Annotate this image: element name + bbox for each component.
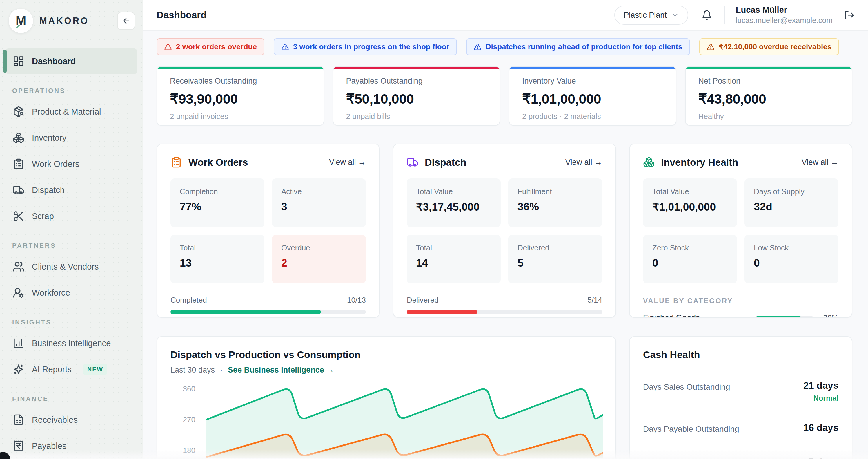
tile-value: 14 [416, 257, 491, 269]
logout-button[interactable] [844, 10, 855, 20]
card-title: Cash Health [643, 349, 838, 360]
sidebar-item-business-intelligence[interactable]: Business Intelligence [5, 330, 137, 356]
y-axis-tick: 270 [170, 415, 195, 424]
inventory-health-card: Inventory Health View all → Total Value … [629, 144, 852, 318]
clipboard-list-icon [13, 158, 24, 170]
tile-label: Low Stock [754, 243, 829, 252]
user-menu[interactable]: Lucas Müller lucas.mueller@example.com [736, 5, 833, 25]
sidebar-item-label: Inventory [32, 133, 66, 143]
category-bar [755, 316, 813, 318]
truck-icon [13, 184, 24, 196]
cubes-icon [13, 132, 24, 144]
dispatch-view-all-link[interactable]: View all → [565, 158, 602, 167]
chart-period: Last 30 days [170, 366, 215, 375]
tile-value: 0 [652, 257, 728, 269]
tile-label: Days of Supply [754, 187, 829, 196]
kpi-label: Receivables Outstanding [170, 77, 311, 86]
tile-value: ₹1,01,00,000 [652, 201, 728, 213]
kpi-value: ₹50,10,000 [346, 91, 487, 107]
y-axis-tick: 180 [170, 446, 195, 455]
notifications-button[interactable] [702, 10, 712, 20]
tile-total-value: Total Value ₹1,01,00,000 [643, 178, 737, 227]
sidebar-section-insights: INSIGHTS [5, 306, 137, 330]
alert-text: Dispatches running ahead of production f… [486, 42, 682, 51]
user-email: lucas.mueller@example.com [736, 16, 833, 25]
tile-value: 3 [281, 201, 356, 213]
chart-separator: · [220, 366, 223, 375]
cash-status-badge: Normal [803, 394, 838, 402]
progress-fill [170, 310, 321, 314]
sidebar-item-payables[interactable]: Payables [5, 433, 137, 459]
kpi-sub: 2 unpaid bills [346, 112, 487, 121]
category-pct: 79% [813, 313, 838, 318]
plant-selector[interactable]: Plastic Plant [614, 5, 688, 25]
cash-value: 16 days [803, 422, 838, 433]
sidebar-item-inventory[interactable]: Inventory [5, 125, 137, 151]
sidebar-item-label: Dispatch [32, 185, 65, 195]
tile-value: 77% [180, 201, 255, 213]
top-bar: Dashboard Plastic Plant Lucas Müller luc… [143, 0, 868, 31]
tile-overdue: Overdue 2 [272, 235, 366, 284]
tile-completion: Completion 77% [170, 178, 265, 227]
sidebar-item-label: Product & Material [32, 107, 101, 117]
brand-name: MAKORO [39, 16, 117, 26]
kpi-sub: 2 unpaid invoices [170, 112, 311, 121]
alert-overdue-receivables[interactable]: ₹42,10,000 overdue receivables [699, 38, 839, 55]
card-title: Work Orders [188, 157, 323, 168]
see-business-intelligence-link[interactable]: See Business Intelligence → [228, 366, 334, 375]
warning-icon [281, 43, 289, 51]
alert-overdue-work-orders[interactable]: 2 work orders overdue [157, 38, 265, 55]
tile-label: Fulfillment [518, 187, 593, 196]
inventory-view-all-link[interactable]: View all → [802, 158, 838, 167]
package-search-icon [13, 106, 24, 117]
alert-in-progress[interactable]: 3 work orders in progress on the shop fl… [274, 38, 457, 55]
kpi-row: Receivables Outstanding ₹93,90,000 2 unp… [157, 66, 852, 126]
tile-value: 13 [180, 257, 255, 269]
warning-icon [707, 43, 715, 51]
cash-row-ccc: Cash Conversion Cycle 5 days Normal [643, 456, 838, 459]
tile-label: Total Value [416, 187, 491, 196]
sidebar-section-partners: PARTNERS [5, 229, 137, 254]
sidebar-section-operations: OPERATIONS [5, 74, 137, 99]
sidebar-item-clients-vendors[interactable]: Clients & Vendors [5, 254, 137, 280]
sidebar-item-label: Business Intelligence [32, 339, 111, 348]
alert-dispatch-ahead[interactable]: Dispatches running ahead of production f… [466, 38, 690, 55]
tile-label: Total [180, 243, 255, 252]
sidebar-item-ai-reports[interactable]: AI Reports NEW [5, 356, 137, 382]
value-by-category-heading: VALUE BY CATEGORY [643, 297, 838, 305]
cash-row-dpo: Days Payable Outstanding 16 days [643, 422, 838, 436]
work-orders-card: Work Orders View all → Completion 77% Ac… [157, 144, 380, 318]
sidebar-item-label: Dashboard [32, 57, 76, 66]
dispatch-card: Dispatch View all → Total Value ₹3,17,45… [393, 144, 616, 318]
sidebar-collapse-button[interactable] [117, 12, 135, 30]
plant-selector-value: Plastic Plant [624, 11, 667, 20]
dashboard-icon [13, 55, 24, 67]
sidebar-item-product-material[interactable]: Product & Material [5, 99, 137, 125]
kpi-sub: Healthy [699, 112, 839, 121]
arrow-left-icon [122, 17, 130, 25]
sparkles-icon [13, 364, 24, 375]
tile-total: Total 14 [407, 235, 501, 284]
category-bar-fill [755, 316, 801, 318]
sidebar-item-dashboard[interactable]: Dashboard [5, 48, 137, 74]
progress-label: Completed [170, 296, 207, 305]
sidebar-item-scrap[interactable]: Scrap [5, 203, 137, 229]
user-name: Lucas Müller [736, 5, 833, 15]
tile-value: 32d [754, 201, 829, 213]
work-orders-view-all-link[interactable]: View all → [329, 158, 366, 167]
sidebar-item-dispatch[interactable]: Dispatch [5, 177, 137, 203]
tile-value: 5 [518, 257, 593, 269]
sidebar-item-workforce[interactable]: Workforce [5, 280, 137, 306]
bottom-row: Dispatch vs Production vs Consumption La… [157, 336, 852, 459]
alert-text: 2 work orders overdue [176, 42, 257, 51]
cash-row-dso: Days Sales Outstanding 21 days Normal [643, 380, 838, 402]
sidebar-item-work-orders[interactable]: Work Orders [5, 151, 137, 177]
cash-value: 5 days [809, 456, 838, 459]
sidebar-nav: Dashboard OPERATIONS Product & Material … [0, 40, 143, 459]
scissors-icon [13, 210, 24, 222]
sidebar-item-receivables[interactable]: Receivables [5, 407, 137, 433]
chart-title: Dispatch vs Production vs Consumption [170, 349, 602, 360]
progress-fraction: 5/14 [587, 296, 602, 305]
alert-bar: 2 work orders overdue 3 work orders in p… [157, 38, 852, 55]
progress-label: Delivered [407, 296, 439, 305]
